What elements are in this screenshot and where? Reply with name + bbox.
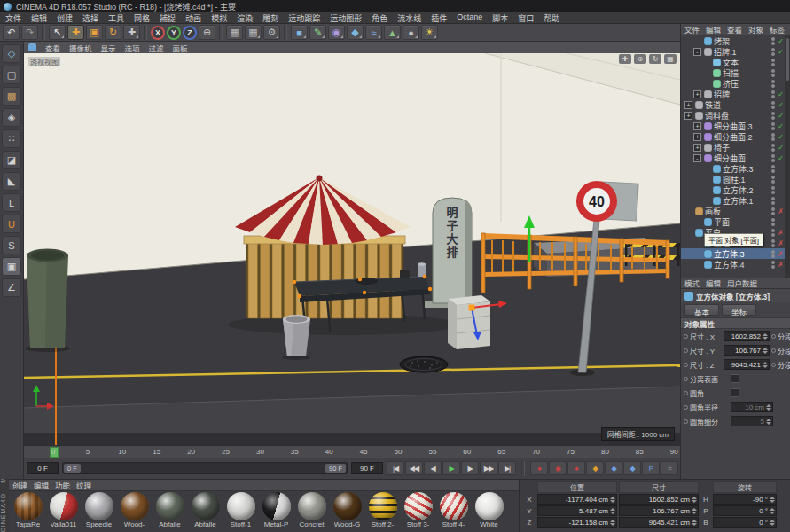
visibility-dots[interactable] bbox=[771, 250, 775, 258]
play-button[interactable]: ▶ bbox=[442, 461, 460, 475]
am-menu-2[interactable]: 用户数据 bbox=[727, 278, 757, 288]
render-toggle-icon[interactable]: ✓ bbox=[777, 112, 785, 120]
render-toggle-icon[interactable]: ✗ bbox=[777, 207, 785, 215]
small-cart[interactable] bbox=[448, 295, 490, 349]
spline-pen-icon[interactable]: ✎ bbox=[309, 25, 326, 40]
tree-item-13[interactable]: 圆柱.1 bbox=[681, 174, 786, 184]
render-toggle-icon[interactable]: ✓ bbox=[777, 101, 785, 109]
visibility-dots[interactable] bbox=[771, 165, 775, 173]
render-settings-icon[interactable]: ⚙ bbox=[263, 25, 280, 40]
position-X-field[interactable]: -1177.404 cm bbox=[537, 494, 617, 505]
material-item-11[interactable]: Stoff 3- bbox=[402, 492, 434, 528]
anim-dot[interactable] bbox=[684, 363, 688, 367]
render-toggle-icon[interactable]: ✗ bbox=[777, 250, 785, 258]
position-Z-field[interactable]: -121.158 cm bbox=[537, 517, 617, 528]
attr-tab-0[interactable]: 基本 bbox=[684, 304, 719, 316]
modifier-icon[interactable]: ◆ bbox=[347, 25, 364, 40]
light-icon[interactable]: ☀ bbox=[421, 25, 438, 40]
render-toggle-icon[interactable]: ✗ bbox=[777, 229, 785, 237]
menubar-item-19[interactable]: 帮助 bbox=[544, 12, 559, 24]
attr-tab-1[interactable]: 坐标 bbox=[722, 304, 756, 316]
material-item-1[interactable]: Valla011 bbox=[47, 492, 80, 528]
rotation-P-field[interactable]: 0 ° bbox=[713, 505, 777, 516]
object-tree-scrollbar[interactable] bbox=[785, 35, 790, 278]
live-selection-icon[interactable]: ↖ bbox=[49, 25, 66, 40]
visibility-dots[interactable] bbox=[771, 144, 775, 152]
menubar-item-14[interactable]: 流水线 bbox=[397, 12, 421, 24]
keyframe-parameter-toggle[interactable]: P bbox=[642, 461, 660, 475]
anim-dot[interactable] bbox=[771, 363, 776, 367]
visibility-dots[interactable] bbox=[771, 37, 775, 45]
om-menu-4[interactable]: 标签 bbox=[770, 24, 785, 35]
menubar-item-18[interactable]: 窗口 bbox=[518, 12, 534, 24]
expander-icon[interactable]: - bbox=[693, 154, 701, 162]
subdivision-surface-icon[interactable]: ◉ bbox=[328, 25, 345, 40]
material-item-8[interactable]: Concret bbox=[295, 492, 328, 528]
om-menu-0[interactable]: 文件 bbox=[684, 24, 700, 35]
position-Y-field[interactable]: 5.487 cm bbox=[537, 505, 617, 516]
object-properties-header[interactable]: 对象属性 bbox=[681, 317, 790, 329]
timeline-ruler[interactable]: 051015202530354045505560657075808590 bbox=[24, 445, 680, 458]
size-field-0[interactable]: 1602.852 bbox=[724, 331, 770, 341]
material-item-10[interactable]: Stoff 2- bbox=[366, 492, 399, 528]
vp-toggle-icon[interactable]: ▦ bbox=[664, 54, 677, 64]
visibility-dots[interactable] bbox=[771, 59, 775, 66]
tree-item-10[interactable]: + 椅子 ✓ bbox=[681, 142, 786, 153]
visibility-dots[interactable] bbox=[771, 197, 775, 205]
visibility-dots[interactable] bbox=[771, 186, 775, 194]
expander-icon[interactable]: + bbox=[693, 90, 701, 98]
viewport-menu-1[interactable]: 摄像机 bbox=[69, 43, 92, 53]
render-toggle-icon[interactable]: ✓ bbox=[777, 48, 785, 56]
menubar-item-13[interactable]: 角色 bbox=[372, 12, 387, 24]
vp-rotate-icon[interactable]: ↻ bbox=[649, 54, 661, 64]
anim-dot[interactable] bbox=[684, 334, 688, 339]
visibility-dots[interactable] bbox=[771, 261, 775, 269]
texture-mode-icon[interactable]: ▩ bbox=[2, 87, 21, 106]
range-end-handle[interactable]: 90 F bbox=[325, 464, 346, 473]
record-options-button[interactable]: ● bbox=[567, 461, 585, 475]
menubar-item-11[interactable]: 运动跟踪 bbox=[288, 12, 320, 24]
anim-dot[interactable] bbox=[684, 348, 688, 353]
tree-item-3[interactable]: 扫描 bbox=[681, 67, 786, 78]
points-mode-icon[interactable]: ∷ bbox=[2, 129, 21, 148]
visibility-dots[interactable] bbox=[771, 218, 775, 226]
current-frame-field[interactable]: 0 F bbox=[27, 462, 59, 474]
polygons-mode-icon[interactable]: ◣ bbox=[2, 172, 21, 191]
undo-icon[interactable]: ↶ bbox=[3, 25, 20, 40]
vp-zoom-icon[interactable]: ⊕ bbox=[634, 54, 646, 64]
am-menu-0[interactable]: 模式 bbox=[684, 278, 700, 288]
render-toggle-icon[interactable]: ✓ bbox=[777, 90, 785, 98]
tree-item-17[interactable]: 平面 bbox=[681, 216, 786, 227]
material-item-5[interactable]: Abfalle bbox=[189, 492, 222, 528]
keyframe-pla-toggle[interactable]: ≈ bbox=[661, 461, 678, 475]
keyframe-position-toggle[interactable]: ◆ bbox=[586, 461, 604, 475]
goto-start-button[interactable]: |◀ bbox=[387, 461, 404, 475]
menubar-item-3[interactable]: 选择 bbox=[82, 12, 98, 24]
fillet-subdivision-field[interactable]: 5 bbox=[731, 416, 773, 426]
viewport-panel[interactable]: 查看摄像机显示选项过滤面板 透视视图 ✚⊕↻▦ bbox=[24, 42, 680, 445]
material-item-4[interactable]: Abfalle bbox=[153, 492, 186, 528]
menubar-item-2[interactable]: 创建 bbox=[57, 12, 73, 24]
viewport-menu-5[interactable]: 面板 bbox=[173, 43, 188, 53]
tree-item-15[interactable]: 立方体.1 bbox=[681, 195, 786, 206]
rotate-tool-icon[interactable]: ↻ bbox=[105, 25, 121, 40]
visibility-dots[interactable] bbox=[771, 176, 775, 184]
am-menu-1[interactable]: 编辑 bbox=[706, 278, 721, 288]
tree-item-2[interactable]: 文本 bbox=[681, 57, 786, 67]
rotation-H-field[interactable]: -90 ° bbox=[713, 494, 777, 505]
visibility-dots[interactable] bbox=[771, 207, 775, 215]
keyframe-rotation-toggle[interactable]: ◆ bbox=[623, 461, 641, 475]
material-menu-0[interactable]: 创建 bbox=[12, 480, 27, 490]
record-keyframe-button[interactable]: ● bbox=[530, 461, 548, 475]
convert-editable-icon[interactable]: ◇ bbox=[2, 44, 21, 63]
axis-mode-icon[interactable]: L bbox=[2, 193, 21, 212]
menubar-item-6[interactable]: 捕捉 bbox=[160, 12, 176, 24]
visibility-dots[interactable] bbox=[771, 101, 775, 109]
render-toggle-icon[interactable]: ✓ bbox=[777, 133, 785, 141]
size-Y-field[interactable]: 106.767 cm bbox=[619, 505, 699, 516]
anim-dot[interactable] bbox=[684, 391, 688, 395]
coord-system-icon[interactable]: ⊕ bbox=[199, 25, 215, 40]
tree-item-1[interactable]: - 招牌.1 ✓ bbox=[681, 46, 786, 57]
autokey-button[interactable]: ◉ bbox=[549, 461, 567, 475]
anim-dot[interactable] bbox=[684, 419, 688, 424]
